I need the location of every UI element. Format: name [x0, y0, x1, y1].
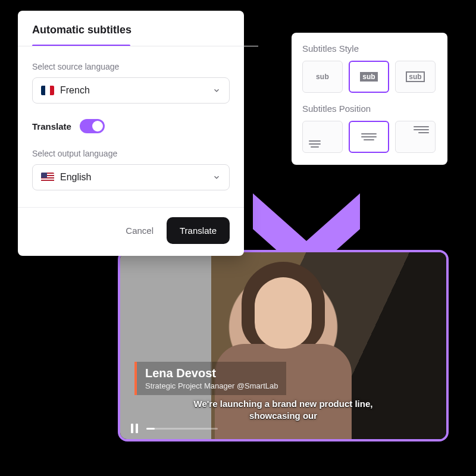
chevron-down-icon: [212, 173, 221, 181]
lower-third: Lena Devost Strategic Project Manager @S…: [134, 362, 286, 395]
sub-glyph: sub: [316, 73, 329, 81]
output-language-select[interactable]: English: [32, 164, 230, 190]
translate-toggle-label: Translate: [32, 121, 71, 131]
video-preview[interactable]: Lena Devost Strategic Project Manager @S…: [118, 250, 449, 441]
position-top-icon: [414, 126, 429, 133]
translate-button[interactable]: Translate: [167, 217, 230, 244]
position-bottom-icon: [309, 140, 321, 148]
progress-bar[interactable]: [146, 428, 218, 430]
source-language-select[interactable]: French: [32, 77, 230, 104]
sub-glyph: sub: [360, 72, 377, 82]
speaker-name: Lena Devost: [145, 367, 278, 380]
source-language-value: French: [60, 85, 90, 96]
translate-toggle[interactable]: [80, 119, 105, 133]
position-option-bottom[interactable]: [302, 121, 343, 153]
active-tab-underline: [32, 45, 230, 46]
position-option-top[interactable]: [395, 121, 436, 153]
usa-flag-icon: [41, 173, 54, 182]
cancel-button[interactable]: Cancel: [122, 220, 157, 242]
position-center-icon: [361, 133, 377, 140]
speaker-role: Strategic Project Manager @SmartLab: [145, 381, 278, 390]
subtitle-style-panel: Subtitles Style sub sub sub Subtitles Po…: [292, 33, 447, 165]
modal-divider: [18, 207, 244, 208]
pause-button[interactable]: [131, 424, 139, 433]
video-controls: [131, 424, 218, 433]
style-option-plain[interactable]: sub: [302, 61, 343, 93]
position-option-center[interactable]: [349, 121, 389, 153]
style-option-boxed[interactable]: sub: [349, 61, 389, 93]
subtitle-modal: Automatic subtitles Select source langua…: [18, 11, 244, 256]
output-language-value: English: [60, 172, 91, 183]
style-option-outline[interactable]: sub: [395, 61, 436, 93]
source-language-label: Select source language: [32, 62, 230, 71]
chevron-down-icon: [212, 86, 221, 95]
france-flag-icon: [41, 86, 54, 95]
sub-glyph: sub: [406, 71, 424, 82]
subtitle-caption: We're launching a brand new product line…: [173, 398, 394, 421]
subtitle-style-label: Subtitles Style: [302, 43, 437, 54]
modal-title: Automatic subtitles: [32, 24, 230, 36]
output-language-label: Select output language: [32, 149, 230, 158]
subtitle-position-label: Subtitles Position: [302, 104, 437, 114]
